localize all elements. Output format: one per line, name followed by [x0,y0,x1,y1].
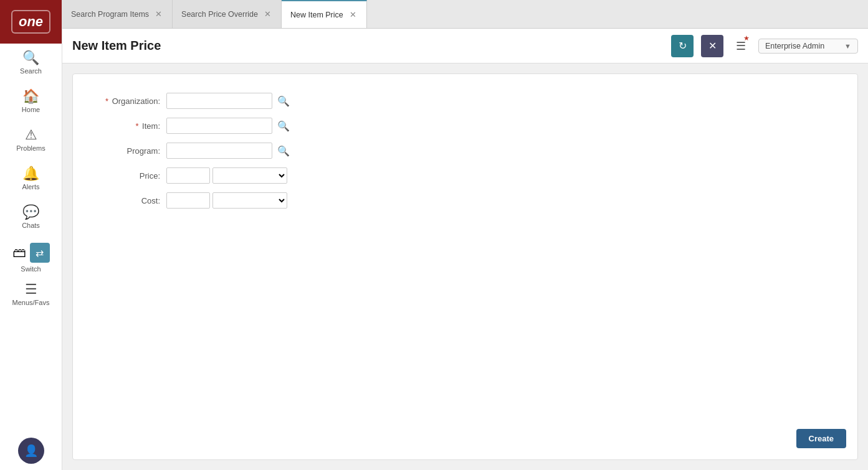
tab-label-search-program-items: Search Program Items [71,10,149,19]
required-star-item: * [135,121,138,131]
tab-close-search-price-override[interactable]: ✕ [263,9,272,19]
program-label: Program: [98,146,166,156]
page-title: New Item Price [72,39,664,53]
price-label: Price: [98,171,166,181]
menu-button-wrap: ☰ ★ [731,37,751,55]
tab-label-search-price-override: Search Price Override [181,10,258,19]
logo-text: one [11,10,50,34]
form-card: * Organization: 🔍 * Item: 🔍 Program: [72,73,858,460]
create-button-wrap: Create [796,429,846,448]
sidebar-label-home: Home [22,106,40,113]
star-icon: ★ [743,34,750,42]
organization-row: * Organization: 🔍 [98,93,832,109]
tab-close-new-item-price[interactable]: ✕ [348,10,358,19]
dropdown-arrow-icon: ▼ [844,42,851,50]
sidebar-item-chats[interactable]: 💬 Chats [0,198,62,237]
close-button[interactable]: ✕ [701,35,723,57]
sidebar-item-search[interactable]: 🔍 Search [0,44,62,82]
item-input[interactable] [166,118,272,134]
sidebar-label-search: Search [20,67,42,75]
program-row: Program: 🔍 [98,143,832,159]
home-icon: 🏠 [22,90,39,103]
price-number-input[interactable] [166,167,210,184]
sidebar-item-problems[interactable]: ⚠ Problems [0,121,62,159]
sidebar-item-menusfavs[interactable]: ☰ Menus/Favs [0,275,62,314]
switch-tray-icon: 🗃 [12,245,26,261]
menu-button[interactable]: ☰ ★ [731,37,751,55]
menu-lines-icon: ☰ [25,283,37,296]
user-dropdown[interactable]: Enterprise Admin ▼ [758,39,858,54]
chat-icon: 💬 [22,205,39,219]
organization-search-button[interactable]: 🔍 [275,94,292,108]
tab-label-new-item-price: New Item Price [290,11,343,19]
user-name: Enterprise Admin [765,42,841,50]
price-row: Price: USD EUR GBP [98,167,832,184]
sidebar-item-alerts[interactable]: 🔔 Alerts [0,159,62,198]
sidebar-item-switch[interactable]: 🗃 ⇄ [0,237,62,269]
organization-label: * Organization: [98,96,166,106]
price-inputs: USD EUR GBP [166,167,287,184]
item-search-button[interactable]: 🔍 [275,119,292,133]
sidebar-item-home[interactable]: 🏠 Home [0,82,62,121]
header-bar: New Item Price ↻ ✕ ☰ ★ Enterprise Admin … [62,29,868,63]
user-avatar[interactable]: 👤 [18,438,44,464]
item-label: * Item: [98,121,166,131]
sidebar: one 🔍 Search 🏠 Home ⚠ Problems 🔔 Alerts … [0,0,62,470]
cost-number-input[interactable] [166,192,210,209]
price-currency-select[interactable]: USD EUR GBP [212,167,287,184]
sidebar-label-chats: Chats [22,222,40,229]
program-input[interactable] [166,143,272,159]
main-content: Search Program Items ✕ Search Price Over… [62,0,868,470]
cost-row: Cost: USD EUR GBP [98,192,832,209]
cost-inputs: USD EUR GBP [166,192,287,209]
tab-new-item-price[interactable]: New Item Price ✕ [282,0,367,28]
logo[interactable]: one [0,0,62,44]
sidebar-label-problems: Problems [16,144,45,152]
item-row: * Item: 🔍 [98,118,832,134]
warning-icon: ⚠ [25,128,37,142]
avatar-icon: 👤 [24,444,38,458]
cost-currency-select[interactable]: USD EUR GBP [212,192,287,209]
sidebar-label-menusfavs: Menus/Favs [12,299,50,306]
required-star-org: * [105,96,108,106]
sidebar-label-alerts: Alerts [22,183,39,190]
create-button[interactable]: Create [796,429,846,448]
tab-search-price-override[interactable]: Search Price Override ✕ [173,0,282,28]
sidebar-label-switch: Switch [21,265,41,273]
search-icon: 🔍 [22,51,39,65]
organization-input[interactable] [166,93,272,109]
tab-search-program-items[interactable]: Search Program Items ✕ [62,0,173,28]
bell-icon: 🔔 [22,167,39,181]
switch-arrow-icon[interactable]: ⇄ [30,243,50,263]
refresh-button[interactable]: ↻ [671,35,694,57]
content-area: * Organization: 🔍 * Item: 🔍 Program: [62,63,868,470]
cost-label: Cost: [98,196,166,205]
tab-close-search-program-items[interactable]: ✕ [154,9,163,19]
tab-bar: Search Program Items ✕ Search Price Over… [62,0,868,29]
program-search-button[interactable]: 🔍 [275,144,292,158]
sidebar-bottom: 👤 [18,438,44,470]
